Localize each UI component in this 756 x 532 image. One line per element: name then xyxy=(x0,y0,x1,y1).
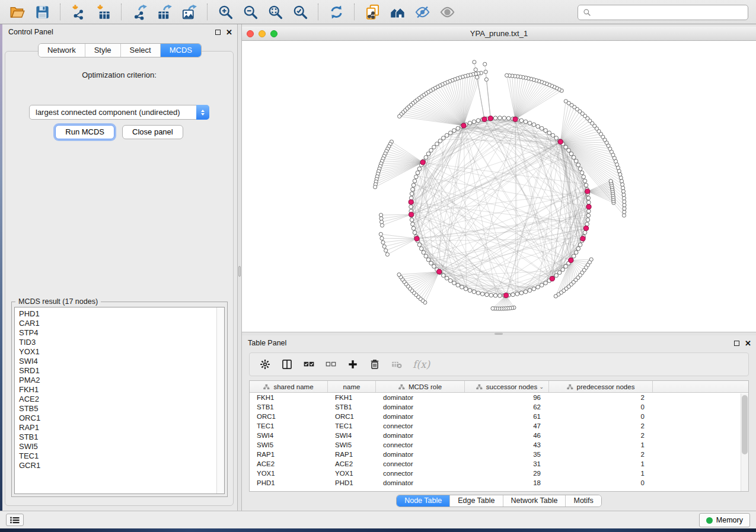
zoom-fit-button[interactable] xyxy=(263,2,288,22)
dominator-node[interactable] xyxy=(503,293,508,298)
mcds-result-item[interactable]: ORC1 xyxy=(19,414,224,423)
mcds-result-item[interactable]: SWI5 xyxy=(19,442,224,451)
mcds-result-item[interactable]: SWI4 xyxy=(19,357,224,366)
dominator-node[interactable] xyxy=(409,212,414,217)
dominator-node[interactable] xyxy=(580,236,585,241)
dominator-node[interactable] xyxy=(409,200,413,204)
tab-style[interactable]: Style xyxy=(85,44,121,57)
column-header-MCDS-role[interactable]: MCDS role xyxy=(376,381,465,392)
memory-button[interactable]: Memory xyxy=(699,513,750,527)
mcds-result-item[interactable]: ACE2 xyxy=(19,395,224,404)
mcds-result-item[interactable]: TID3 xyxy=(19,338,224,347)
dominator-node[interactable] xyxy=(461,123,466,128)
network-canvas[interactable] xyxy=(242,41,756,332)
import-table-button[interactable] xyxy=(91,2,116,22)
save-session-button[interactable] xyxy=(30,2,55,22)
run-mcds-button[interactable]: Run MCDS xyxy=(55,125,114,139)
column-header-shared-name[interactable]: shared name xyxy=(250,381,328,392)
table-row[interactable]: RAP1RAP1dominator352 xyxy=(250,450,748,459)
table-row[interactable]: SWI5SWI5connector431 xyxy=(250,440,748,450)
mcds-result-item[interactable]: GCR1 xyxy=(19,461,224,470)
tab-network-table[interactable]: Network Table xyxy=(503,495,566,507)
mcds-result-item[interactable]: SRD1 xyxy=(19,366,224,376)
mcds-result-item[interactable]: RAP1 xyxy=(19,423,224,432)
equation-fx-button[interactable]: f(x) xyxy=(413,356,430,373)
zoom-in-button[interactable] xyxy=(213,2,238,22)
float-panel-icon[interactable] xyxy=(734,341,739,346)
mcds-result-item[interactable]: FKH1 xyxy=(19,385,224,395)
criterion-selected-value: largest connected component (undirected) xyxy=(30,108,196,117)
search-input[interactable] xyxy=(595,8,743,17)
dominator-node[interactable] xyxy=(513,117,518,121)
export-table-button[interactable] xyxy=(152,2,177,22)
dominator-node[interactable] xyxy=(585,189,590,194)
table-row[interactable]: PHD1PHD1dominator180 xyxy=(250,478,748,488)
table-row[interactable]: YOX1YOX1connector291 xyxy=(250,469,748,478)
table-scrollbar-thumb[interactable] xyxy=(742,395,748,454)
dominator-node[interactable] xyxy=(437,270,442,274)
tab-node-table[interactable]: Node Table xyxy=(397,495,450,507)
tab-select[interactable]: Select xyxy=(121,44,161,57)
mcds-result-item[interactable]: PHD1 xyxy=(19,309,224,319)
dominator-node[interactable] xyxy=(583,226,588,230)
splitter-handle[interactable] xyxy=(495,333,503,335)
dominator-node[interactable] xyxy=(414,236,419,241)
dominator-node[interactable] xyxy=(550,276,554,281)
show-panels-list-button[interactable] xyxy=(6,514,24,526)
table-row[interactable]: STB1STB1dominator620 xyxy=(250,402,748,412)
deselect-all-checkboxes-button[interactable] xyxy=(325,356,337,373)
close-panel-button[interactable]: Close panel xyxy=(122,125,183,139)
dominator-node[interactable] xyxy=(488,116,493,121)
zoom-selected-button[interactable] xyxy=(288,2,312,22)
control-panel: Control Panel ✕ NetworkStyleSelectMCDS O… xyxy=(2,24,237,511)
column-header-name[interactable]: name xyxy=(328,381,376,392)
settings-gear-button[interactable] xyxy=(259,356,271,373)
column-header-successor-nodes[interactable]: successor nodes⌄ xyxy=(465,381,549,392)
refresh-view-button[interactable] xyxy=(324,2,349,22)
mcds-list-scrollbar[interactable] xyxy=(216,307,224,493)
dominator-node[interactable] xyxy=(558,139,563,144)
splitter-handle[interactable] xyxy=(238,266,241,277)
table-row[interactable]: SWI4SWI4dominator462 xyxy=(250,431,748,440)
dominator-node[interactable] xyxy=(569,258,573,262)
column-header-predecessor-nodes[interactable]: predecessor nodes xyxy=(549,381,653,392)
zoom-out-button[interactable] xyxy=(238,2,263,22)
first-neighbors-button[interactable] xyxy=(385,2,410,22)
tab-motifs[interactable]: Motifs xyxy=(566,495,601,507)
dominator-node[interactable] xyxy=(586,204,591,209)
close-panel-icon[interactable]: ✕ xyxy=(226,28,232,36)
select-all-checkboxes-button[interactable] xyxy=(303,356,315,373)
first-neighbors-icon xyxy=(390,4,406,20)
export-image-button[interactable] xyxy=(177,2,202,22)
mcds-result-item[interactable]: TEC1 xyxy=(19,451,224,461)
table-row[interactable]: TEC1TEC1connector472 xyxy=(250,421,748,431)
table-row[interactable]: ACE2ACE2connector311 xyxy=(250,459,748,469)
close-panel-icon[interactable]: ✕ xyxy=(745,339,751,347)
dominator-node[interactable] xyxy=(420,160,425,165)
tab-network[interactable]: Network xyxy=(39,44,85,57)
mcds-result-item[interactable]: STP4 xyxy=(19,328,224,338)
delete-table-button[interactable] xyxy=(391,356,403,373)
tab-edge-table[interactable]: Edge Table xyxy=(450,495,503,507)
add-column-button[interactable] xyxy=(347,356,359,373)
criterion-dropdown[interactable]: largest connected component (undirected) xyxy=(29,105,209,120)
open-file-button[interactable] xyxy=(5,2,30,22)
dominator-node[interactable] xyxy=(482,117,487,121)
mcds-result-item[interactable]: YOX1 xyxy=(19,347,224,357)
vertical-splitter[interactable] xyxy=(237,24,242,511)
mcds-result-item[interactable]: PMA2 xyxy=(19,376,224,385)
mcds-result-item[interactable]: STB1 xyxy=(19,432,224,442)
column-layout-button[interactable] xyxy=(281,356,293,373)
import-network-button[interactable] xyxy=(66,2,91,22)
export-network-button[interactable] xyxy=(127,2,152,22)
float-panel-icon[interactable] xyxy=(215,30,221,35)
tab-mcds[interactable]: MCDS xyxy=(161,44,201,57)
mcds-result-item[interactable]: STB5 xyxy=(19,404,224,414)
table-row[interactable]: FKH1FKH1dominator962 xyxy=(250,393,748,402)
delete-column-button[interactable] xyxy=(369,356,381,373)
mcds-result-item[interactable]: CAR1 xyxy=(19,319,224,328)
hide-selected-button[interactable] xyxy=(410,2,435,22)
show-all-button[interactable] xyxy=(435,2,460,22)
clone-network-button[interactable] xyxy=(360,2,385,22)
table-row[interactable]: ORC1ORC1dominator610 xyxy=(250,412,748,421)
